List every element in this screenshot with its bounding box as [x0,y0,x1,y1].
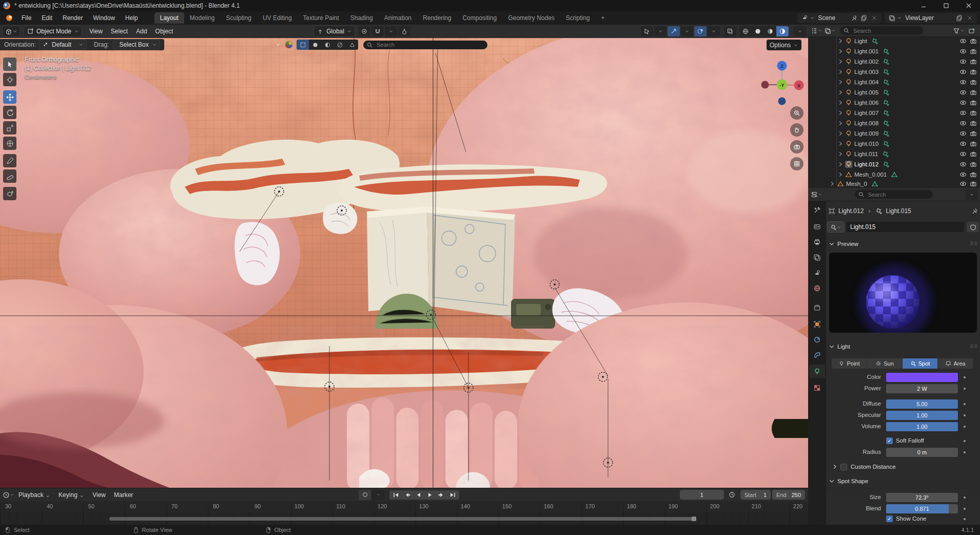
power-field[interactable]: 2 W [886,384,958,393]
viewport-menu-add[interactable]: Add [132,26,151,36]
render-visibility-icon[interactable] [970,48,977,55]
jump-to-end-button[interactable] [447,490,458,500]
animate-dot[interactable] [964,426,966,428]
visibility-chevron[interactable] [654,26,667,36]
auto-keying-chevron[interactable] [372,490,384,500]
outliner-row-light[interactable]: Light [808,36,980,46]
timeline-ruler[interactable]: 30 40 50 60 70 80 90 100 110 120 130 140… [0,501,808,512]
viewport-menu-view[interactable]: View [85,26,107,36]
toggle-ortho-button[interactable] [790,157,803,170]
outliner-search-input[interactable] [852,27,906,34]
hide-eye-icon[interactable] [959,120,967,127]
workspace-tab-sculpting[interactable]: Sculpting [221,12,257,24]
transform-orientation-dropdown[interactable]: Global [313,26,355,37]
blend-slider[interactable]: 0.871 [886,504,958,513]
props-tab-collection[interactable] [809,301,825,314]
outliner-row-light-008[interactable]: Light.008 [808,118,980,128]
light-panel-header[interactable]: Light ⠿⠿ [828,343,978,350]
object-visibility-dropdown[interactable] [641,26,653,36]
select-mode-intersect-button[interactable] [346,40,358,50]
properties-search[interactable] [855,190,933,199]
props-tab-modifiers[interactable] [809,333,825,346]
overlays-chevron[interactable] [708,26,720,36]
workspace-tab-modeling[interactable]: Modeling [184,12,221,24]
light-type-area[interactable]: Area [938,358,973,369]
soft-falloff-checkbox[interactable]: ✓ [886,437,893,444]
tool-rotate[interactable] [3,106,16,119]
hide-eye-icon[interactable] [959,150,967,158]
properties-search-input[interactable] [867,191,920,198]
pin-icon[interactable] [850,14,857,22]
shading-wireframe-button[interactable] [739,26,752,36]
hide-eye-icon[interactable] [959,68,967,75]
volume-slider[interactable]: 1.00 [886,422,958,431]
workspace-tab-rendering[interactable]: Rendering [417,12,457,24]
menu-file[interactable]: File [16,12,36,24]
props-tab-object[interactable] [809,317,825,331]
tool-transform[interactable] [3,137,16,150]
tool-measure[interactable] [3,169,16,183]
copy-icon[interactable] [956,14,963,22]
workspace-tab-scripting[interactable]: Scripting [560,12,596,24]
render-visibility-icon[interactable] [970,99,977,106]
render-visibility-icon[interactable] [970,120,977,127]
tool-select-box[interactable] [3,58,16,71]
light-type-point[interactable]: Point [832,358,867,369]
drag-grip-icon[interactable]: ⠿⠿ [970,344,978,349]
select-mode-set-button[interactable] [297,40,309,50]
tool-chevron-icon[interactable] [275,42,281,48]
outliner-row-light-012-selected[interactable]: Light.012 [808,159,980,169]
tool-scale[interactable] [3,121,16,135]
outliner-row-light-011[interactable]: Light.011 [808,149,980,159]
editor-type-dropdown[interactable] [2,26,21,37]
workspace-tab-shading[interactable]: Shading [345,12,379,24]
timeline-menu-view[interactable]: View [88,490,110,500]
outliner-search[interactable] [840,26,923,35]
close-icon[interactable] [966,14,973,22]
end-frame-field[interactable]: End250 [772,490,805,500]
show-cone-checkbox[interactable]: ✓ [886,515,893,522]
jump-to-start-button[interactable] [390,490,402,500]
hide-eye-icon[interactable] [959,48,967,55]
animate-dot[interactable] [964,403,966,405]
diffuse-slider[interactable]: 5.00 [886,399,958,409]
xray-toggle[interactable] [724,26,736,36]
outliner-row-light-007[interactable]: Light.007 [808,108,980,118]
outliner-editor-dropdown[interactable] [810,26,822,36]
maximize-button[interactable] [935,0,957,11]
select-mode-subtract-button[interactable] [321,40,334,50]
animate-dot[interactable] [964,414,966,416]
gizmos-chevron[interactable] [681,26,693,36]
hide-eye-icon[interactable] [959,161,967,168]
props-tab-physics[interactable] [809,348,825,361]
select-mode-invert-button[interactable] [334,40,346,50]
scene-selector[interactable]: Scene [797,13,881,23]
drag-grip-icon[interactable]: ⠿⠿ [970,241,978,246]
timeline-editor-dropdown[interactable] [2,490,14,500]
axis-neg-x-ball[interactable] [761,81,769,89]
size-field[interactable]: 72.3° [886,493,958,502]
datablock-name-field[interactable]: Light.015 [846,222,964,232]
pan-hand-button[interactable] [790,123,803,137]
orientation-value-dropdown[interactable]: Default [39,39,87,50]
render-visibility-icon[interactable] [970,89,977,96]
outliner-display-mode-dropdown[interactable] [824,26,836,36]
shading-rendered-button[interactable] [776,26,789,36]
hide-eye-icon[interactable] [959,79,967,86]
axis-neg-z-ball[interactable] [778,98,786,105]
timeline-menu-keying[interactable]: Keying ⌄ [54,490,88,500]
radius-field[interactable]: 0 m [886,448,958,457]
render-visibility-icon[interactable] [970,58,977,65]
workspace-tab-uv-editing[interactable]: UV Editing [257,12,298,24]
tool-cursor[interactable] [3,73,16,86]
menu-edit[interactable]: Edit [36,12,57,24]
overlays-toggle[interactable] [694,26,707,36]
blender-menu-icon[interactable] [4,14,14,22]
timeline-track[interactable] [0,512,808,525]
menu-window[interactable]: Window [88,12,120,24]
outliner-row-light-009[interactable]: Light.009 [808,128,980,139]
animate-dot[interactable] [964,388,966,390]
color-swatch[interactable] [886,373,958,382]
properties-options-chevron[interactable] [966,189,978,200]
outliner-filter-dropdown[interactable] [952,26,965,36]
